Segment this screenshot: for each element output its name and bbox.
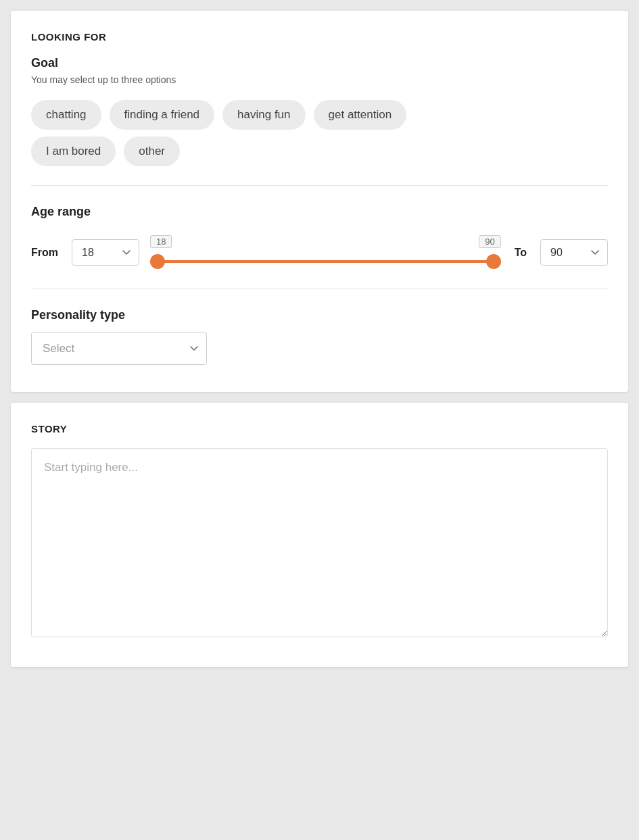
personality-type-section: Personality type Select Introvert Extrov… <box>31 308 608 365</box>
slider-track-row <box>150 253 501 270</box>
goal-subtitle: You may select up to three options <box>31 74 608 85</box>
from-label: From <box>31 247 58 259</box>
page-wrapper: LOOKING FOR Goal You may select up to th… <box>0 0 639 840</box>
tag-having-fun[interactable]: having fun <box>222 100 305 130</box>
personality-type-label: Personality type <box>31 308 608 322</box>
slider-max-badge: 90 <box>479 235 500 248</box>
story-textarea[interactable] <box>31 448 608 637</box>
slider-min-badge: 18 <box>150 235 172 248</box>
age-range-label: Age range <box>31 205 608 219</box>
goal-section: Goal You may select up to three options … <box>31 56 608 166</box>
slider-values-row: 18 90 <box>150 235 501 248</box>
age-range-section: Age range From 18 19 20 25 30 18 90 <box>31 205 608 270</box>
looking-for-title: LOOKING FOR <box>31 31 608 43</box>
to-label: To <box>515 247 527 259</box>
slider-left-thumb[interactable] <box>150 254 165 269</box>
story-title: STORY <box>31 423 608 435</box>
age-to-select[interactable]: 90 80 70 60 50 <box>540 239 608 266</box>
goal-tags-row-2: I am bored other <box>31 137 608 166</box>
slider-right-thumb[interactable] <box>486 254 501 269</box>
divider-2 <box>31 289 608 289</box>
tag-chatting[interactable]: chatting <box>31 100 101 130</box>
tag-finding-a-friend[interactable]: finding a friend <box>110 100 215 130</box>
goal-tags-row: chatting finding a friend having fun get… <box>31 100 608 130</box>
goal-label: Goal <box>31 56 608 70</box>
age-controls: From 18 19 20 25 30 18 90 <box>31 235 608 270</box>
age-from-select[interactable]: 18 19 20 25 30 <box>72 239 139 266</box>
tag-get-attention[interactable]: get attention <box>314 100 407 130</box>
tag-i-am-bored[interactable]: I am bored <box>31 137 116 166</box>
personality-type-select[interactable]: Select Introvert Extrovert Ambivert <box>31 332 207 365</box>
tag-other[interactable]: other <box>124 137 180 166</box>
story-card: STORY <box>11 403 628 667</box>
age-slider-container: 18 90 <box>150 235 501 270</box>
divider-1 <box>31 185 608 186</box>
slider-track-bg <box>150 260 501 263</box>
looking-for-card: LOOKING FOR Goal You may select up to th… <box>11 11 628 392</box>
